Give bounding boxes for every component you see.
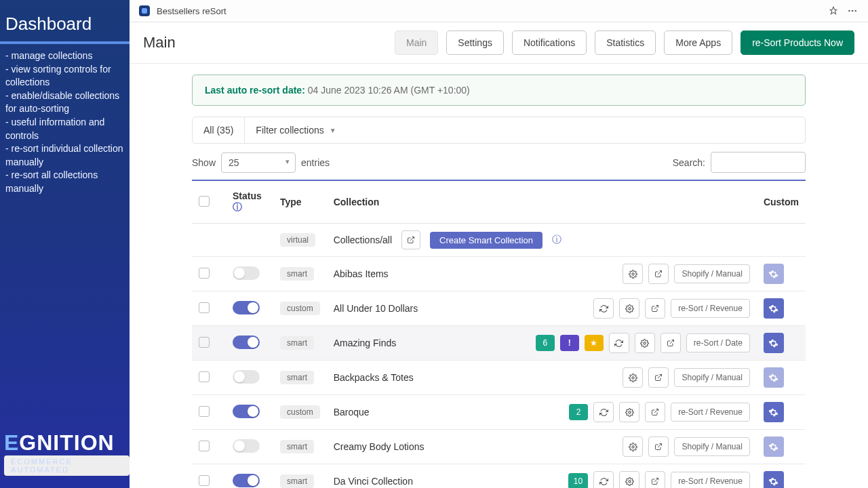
page-header: Main Main Settings Notifications Statist… xyxy=(130,22,868,64)
table-row: smartDa Vinci Collection10re-Sort / Reve… xyxy=(192,464,806,489)
external-link-icon[interactable] xyxy=(401,230,420,249)
last-resort-banner: Last auto re-sort date: 04 June 2023 10:… xyxy=(192,75,806,106)
col-status: Status ⓘ xyxy=(226,180,273,224)
help-icon[interactable]: ⓘ xyxy=(233,201,242,212)
type-tag: smart xyxy=(280,440,314,453)
table-row: smartBackpacks & TotesShopify / Manual xyxy=(192,361,806,395)
filter-collections[interactable]: Filter collections ▼ xyxy=(245,117,347,143)
refresh-icon[interactable] xyxy=(593,298,614,319)
create-smart-collection-button[interactable]: Create Smart Collection xyxy=(430,232,542,249)
custom-settings-button[interactable] xyxy=(764,471,784,488)
collection-name: Da Vinci Collection xyxy=(334,476,413,487)
collection-name: Creamy Body Lotions xyxy=(334,441,425,452)
row-checkbox[interactable] xyxy=(199,406,210,417)
type-tag: virtual xyxy=(280,233,315,247)
filter-collections-label: Filter collections xyxy=(256,125,323,136)
custom-settings-button[interactable] xyxy=(764,298,784,319)
table-row: smartAbibas ItemsShopify / Manual xyxy=(192,257,806,291)
custom-settings-button[interactable] xyxy=(764,264,784,284)
row-checkbox[interactable] xyxy=(199,371,210,382)
sidebar-note: - re-sort individual collection manually xyxy=(5,142,124,169)
tab-notifications[interactable]: Notifications xyxy=(512,30,587,55)
status-toggle[interactable] xyxy=(233,474,260,487)
badge: ! xyxy=(560,335,579,351)
row-checkbox[interactable] xyxy=(199,475,210,486)
collection-name: All Under 10 Dollars xyxy=(334,303,418,314)
sidebar-note: - view sorting controls for collections xyxy=(5,63,124,89)
tab-settings[interactable]: Settings xyxy=(446,30,504,55)
svg-point-8 xyxy=(644,342,646,344)
custom-settings-button[interactable] xyxy=(764,367,784,388)
sidebar: Dashboard - manage collections- view sor… xyxy=(0,0,130,488)
external-link-icon[interactable] xyxy=(648,436,669,457)
status-toggle[interactable] xyxy=(233,301,260,314)
svg-point-10 xyxy=(632,376,634,378)
brand-logo: EGNITION ECOMMERCE AUTOMATED xyxy=(4,430,130,476)
svg-line-9 xyxy=(670,340,674,344)
resort-now-button[interactable]: re-Sort Products Now xyxy=(741,30,854,55)
gear-icon[interactable] xyxy=(623,436,643,457)
svg-point-2 xyxy=(854,10,856,12)
sort-label: Shopify / Manual xyxy=(674,368,749,387)
page-title: Main xyxy=(143,34,176,52)
gear-icon[interactable] xyxy=(619,402,639,422)
row-checkbox[interactable] xyxy=(199,302,210,313)
external-link-icon[interactable] xyxy=(648,264,669,284)
table-row: smartAmazing Finds6!★re-Sort / Date xyxy=(192,326,806,361)
app-icon xyxy=(139,5,150,16)
gear-icon[interactable] xyxy=(623,367,643,388)
badge: ★ xyxy=(585,335,604,351)
svg-point-4 xyxy=(632,272,634,274)
external-link-icon[interactable] xyxy=(645,298,665,319)
status-toggle[interactable] xyxy=(233,266,260,280)
svg-point-1 xyxy=(852,10,854,12)
type-tag: smart xyxy=(280,371,314,384)
pin-icon[interactable] xyxy=(827,5,840,17)
table-row: customBaroque2re-Sort / Revenue xyxy=(192,395,806,430)
external-link-icon[interactable] xyxy=(660,333,681,353)
sidebar-note: - re-sort all collections manually xyxy=(5,169,124,195)
external-link-icon[interactable] xyxy=(645,402,665,422)
custom-settings-button[interactable] xyxy=(764,402,784,422)
tab-more-apps[interactable]: More Apps xyxy=(664,30,732,55)
svg-line-11 xyxy=(658,375,662,379)
svg-line-15 xyxy=(658,444,662,448)
gear-icon[interactable] xyxy=(619,298,639,319)
sort-label: re-Sort / Date xyxy=(686,333,750,352)
row-checkbox[interactable] xyxy=(199,268,210,279)
status-toggle[interactable] xyxy=(233,405,260,418)
sort-label: Shopify / Manual xyxy=(674,264,749,283)
more-icon[interactable] xyxy=(846,5,859,17)
refresh-icon[interactable] xyxy=(609,333,629,353)
svg-point-6 xyxy=(629,307,631,309)
tab-main[interactable]: Main xyxy=(395,30,438,55)
sidebar-title: Dashboard xyxy=(0,4,130,44)
help-icon[interactable]: ⓘ xyxy=(552,234,561,246)
row-checkbox[interactable] xyxy=(199,337,210,348)
table-controls: Show 25 entries Search: xyxy=(192,152,806,173)
external-link-icon[interactable] xyxy=(648,367,669,388)
filter-all[interactable]: All (35) xyxy=(193,117,245,143)
custom-settings-button[interactable] xyxy=(764,333,784,353)
svg-point-0 xyxy=(848,10,850,12)
select-all-checkbox[interactable] xyxy=(199,196,210,207)
chevron-down-icon: ▼ xyxy=(330,127,336,134)
search-input[interactable] xyxy=(711,152,806,173)
gear-icon[interactable] xyxy=(623,264,643,284)
page-size-select[interactable]: 25 xyxy=(221,152,296,173)
status-toggle[interactable] xyxy=(233,439,260,453)
status-toggle[interactable] xyxy=(233,336,260,349)
svg-line-7 xyxy=(654,306,658,310)
row-checkbox[interactable] xyxy=(199,441,210,451)
refresh-icon[interactable] xyxy=(593,402,614,422)
tab-statistics[interactable]: Statistics xyxy=(595,30,656,55)
gear-icon[interactable] xyxy=(619,471,639,488)
collection-name: Amazing Finds xyxy=(334,338,397,348)
badge: 2 xyxy=(569,404,588,420)
gear-icon[interactable] xyxy=(635,333,655,353)
external-link-icon[interactable] xyxy=(645,471,665,488)
collections-table: Status ⓘ Type Collection Custom virtual … xyxy=(192,180,806,488)
custom-settings-button[interactable] xyxy=(764,436,784,457)
status-toggle[interactable] xyxy=(233,370,260,384)
refresh-icon[interactable] xyxy=(593,471,614,488)
